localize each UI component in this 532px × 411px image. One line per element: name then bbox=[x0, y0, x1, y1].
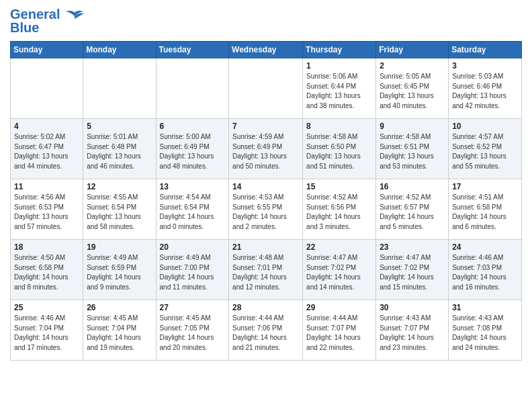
day-number: 2 bbox=[380, 61, 445, 71]
day-info: Sunrise: 4:49 AM Sunset: 6:59 PM Dayligh… bbox=[87, 253, 152, 292]
day-info: Sunrise: 4:49 AM Sunset: 7:00 PM Dayligh… bbox=[160, 253, 226, 292]
calendar-day-cell: 23Sunrise: 4:47 AM Sunset: 7:02 PM Dayli… bbox=[376, 240, 449, 300]
day-info: Sunrise: 4:46 AM Sunset: 7:03 PM Dayligh… bbox=[452, 253, 518, 292]
day-number: 19 bbox=[87, 242, 152, 252]
calendar-day-cell: 15Sunrise: 4:52 AM Sunset: 6:56 PM Dayli… bbox=[303, 179, 376, 240]
calendar-day-cell: 30Sunrise: 4:43 AM Sunset: 7:07 PM Dayli… bbox=[376, 300, 449, 361]
day-info: Sunrise: 4:53 AM Sunset: 6:55 PM Dayligh… bbox=[232, 193, 299, 232]
day-info: Sunrise: 4:55 AM Sunset: 6:54 PM Dayligh… bbox=[87, 193, 152, 232]
day-info: Sunrise: 4:44 AM Sunset: 7:07 PM Dayligh… bbox=[306, 314, 372, 353]
day-number: 24 bbox=[452, 242, 518, 252]
calendar-day-cell: 5Sunrise: 5:01 AM Sunset: 6:48 PM Daylig… bbox=[83, 119, 156, 179]
calendar-header-row: SundayMondayTuesdayWednesdayThursdayFrid… bbox=[11, 42, 522, 58]
calendar-day-cell: 26Sunrise: 4:45 AM Sunset: 7:04 PM Dayli… bbox=[83, 300, 156, 361]
calendar-day-cell: 2Sunrise: 5:05 AM Sunset: 6:45 PM Daylig… bbox=[376, 58, 449, 119]
calendar-day-cell: 28Sunrise: 4:44 AM Sunset: 7:06 PM Dayli… bbox=[229, 300, 303, 361]
calendar-day-cell bbox=[229, 58, 303, 119]
day-info: Sunrise: 4:48 AM Sunset: 7:01 PM Dayligh… bbox=[232, 253, 299, 292]
day-info: Sunrise: 4:58 AM Sunset: 6:51 PM Dayligh… bbox=[380, 132, 445, 171]
calendar-week-row: 1Sunrise: 5:06 AM Sunset: 6:44 PM Daylig… bbox=[11, 58, 522, 119]
weekday-header: Wednesday bbox=[229, 42, 303, 58]
weekday-header: Saturday bbox=[449, 42, 522, 58]
weekday-header: Tuesday bbox=[156, 42, 229, 58]
calendar-day-cell: 10Sunrise: 4:57 AM Sunset: 6:52 PM Dayli… bbox=[449, 119, 522, 179]
day-number: 5 bbox=[87, 122, 152, 131]
logo: General Blue bbox=[10, 7, 84, 36]
day-info: Sunrise: 4:46 AM Sunset: 7:04 PM Dayligh… bbox=[14, 314, 79, 353]
calendar-day-cell: 22Sunrise: 4:47 AM Sunset: 7:02 PM Dayli… bbox=[303, 240, 376, 300]
weekday-header: Thursday bbox=[303, 42, 376, 58]
day-info: Sunrise: 4:47 AM Sunset: 7:02 PM Dayligh… bbox=[306, 253, 372, 292]
calendar-day-cell: 8Sunrise: 4:58 AM Sunset: 6:50 PM Daylig… bbox=[303, 119, 376, 179]
day-info: Sunrise: 4:43 AM Sunset: 7:07 PM Dayligh… bbox=[380, 314, 445, 353]
day-info: Sunrise: 4:43 AM Sunset: 7:08 PM Dayligh… bbox=[452, 314, 518, 353]
day-number: 12 bbox=[87, 182, 152, 191]
logo-text: General bbox=[10, 7, 84, 21]
day-number: 6 bbox=[160, 122, 226, 131]
calendar-day-cell bbox=[83, 58, 156, 119]
day-number: 14 bbox=[232, 182, 299, 191]
calendar-week-row: 11Sunrise: 4:56 AM Sunset: 6:53 PM Dayli… bbox=[11, 179, 522, 240]
calendar-day-cell: 1Sunrise: 5:06 AM Sunset: 6:44 PM Daylig… bbox=[303, 58, 376, 119]
day-info: Sunrise: 4:52 AM Sunset: 6:57 PM Dayligh… bbox=[380, 193, 445, 232]
day-number: 11 bbox=[14, 182, 79, 191]
day-number: 16 bbox=[380, 182, 445, 191]
day-number: 21 bbox=[232, 242, 299, 252]
day-number: 4 bbox=[14, 122, 79, 131]
calendar-day-cell: 24Sunrise: 4:46 AM Sunset: 7:03 PM Dayli… bbox=[449, 240, 522, 300]
calendar-day-cell: 7Sunrise: 4:59 AM Sunset: 6:49 PM Daylig… bbox=[229, 119, 303, 179]
day-number: 3 bbox=[452, 61, 518, 71]
calendar-day-cell bbox=[156, 58, 229, 119]
calendar-day-cell: 14Sunrise: 4:53 AM Sunset: 6:55 PM Dayli… bbox=[229, 179, 303, 240]
calendar-day-cell: 20Sunrise: 4:49 AM Sunset: 7:00 PM Dayli… bbox=[156, 240, 229, 300]
day-number: 17 bbox=[452, 182, 518, 191]
logo-bird-icon bbox=[65, 9, 84, 21]
weekday-header: Friday bbox=[376, 42, 449, 58]
day-number: 28 bbox=[232, 303, 299, 312]
day-number: 20 bbox=[160, 242, 226, 252]
day-info: Sunrise: 5:02 AM Sunset: 6:47 PM Dayligh… bbox=[14, 132, 79, 171]
day-number: 25 bbox=[14, 303, 79, 312]
day-info: Sunrise: 4:52 AM Sunset: 6:56 PM Dayligh… bbox=[306, 193, 372, 232]
calendar-day-cell: 12Sunrise: 4:55 AM Sunset: 6:54 PM Dayli… bbox=[83, 179, 156, 240]
day-number: 22 bbox=[306, 242, 372, 252]
weekday-header: Monday bbox=[83, 42, 156, 58]
page-header: General Blue bbox=[10, 7, 522, 36]
calendar-day-cell: 11Sunrise: 4:56 AM Sunset: 6:53 PM Dayli… bbox=[11, 179, 83, 240]
day-info: Sunrise: 4:45 AM Sunset: 7:05 PM Dayligh… bbox=[160, 314, 226, 353]
day-number: 9 bbox=[380, 122, 445, 131]
calendar-day-cell: 31Sunrise: 4:43 AM Sunset: 7:08 PM Dayli… bbox=[449, 300, 522, 361]
day-number: 18 bbox=[14, 242, 79, 252]
day-info: Sunrise: 4:54 AM Sunset: 6:54 PM Dayligh… bbox=[160, 193, 226, 232]
calendar-day-cell: 16Sunrise: 4:52 AM Sunset: 6:57 PM Dayli… bbox=[376, 179, 449, 240]
calendar-day-cell: 27Sunrise: 4:45 AM Sunset: 7:05 PM Dayli… bbox=[156, 300, 229, 361]
day-number: 8 bbox=[306, 122, 372, 131]
day-number: 13 bbox=[160, 182, 226, 191]
calendar-table: SundayMondayTuesdayWednesdayThursdayFrid… bbox=[10, 41, 522, 361]
day-number: 30 bbox=[380, 303, 445, 312]
day-info: Sunrise: 5:06 AM Sunset: 6:44 PM Dayligh… bbox=[306, 72, 372, 111]
calendar-day-cell: 9Sunrise: 4:58 AM Sunset: 6:51 PM Daylig… bbox=[376, 119, 449, 179]
day-number: 26 bbox=[87, 303, 152, 312]
day-info: Sunrise: 4:57 AM Sunset: 6:52 PM Dayligh… bbox=[452, 132, 518, 171]
day-number: 31 bbox=[452, 303, 518, 312]
day-info: Sunrise: 4:50 AM Sunset: 6:58 PM Dayligh… bbox=[14, 253, 79, 292]
calendar-day-cell: 18Sunrise: 4:50 AM Sunset: 6:58 PM Dayli… bbox=[11, 240, 83, 300]
day-info: Sunrise: 4:45 AM Sunset: 7:04 PM Dayligh… bbox=[87, 314, 152, 353]
day-number: 27 bbox=[160, 303, 226, 312]
day-info: Sunrise: 5:03 AM Sunset: 6:46 PM Dayligh… bbox=[452, 72, 518, 111]
day-info: Sunrise: 5:00 AM Sunset: 6:49 PM Dayligh… bbox=[160, 132, 226, 171]
calendar-day-cell: 19Sunrise: 4:49 AM Sunset: 6:59 PM Dayli… bbox=[83, 240, 156, 300]
weekday-header: Sunday bbox=[11, 42, 83, 58]
calendar-day-cell: 3Sunrise: 5:03 AM Sunset: 6:46 PM Daylig… bbox=[449, 58, 522, 119]
day-info: Sunrise: 4:44 AM Sunset: 7:06 PM Dayligh… bbox=[232, 314, 299, 353]
calendar-day-cell: 25Sunrise: 4:46 AM Sunset: 7:04 PM Dayli… bbox=[11, 300, 83, 361]
calendar-day-cell: 13Sunrise: 4:54 AM Sunset: 6:54 PM Dayli… bbox=[156, 179, 229, 240]
day-info: Sunrise: 4:47 AM Sunset: 7:02 PM Dayligh… bbox=[380, 253, 445, 292]
calendar-week-row: 18Sunrise: 4:50 AM Sunset: 6:58 PM Dayli… bbox=[11, 240, 522, 300]
calendar-week-row: 25Sunrise: 4:46 AM Sunset: 7:04 PM Dayli… bbox=[11, 300, 522, 361]
day-number: 23 bbox=[380, 242, 445, 252]
day-info: Sunrise: 4:51 AM Sunset: 6:58 PM Dayligh… bbox=[452, 193, 518, 232]
logo-blue: Blue bbox=[10, 20, 39, 36]
calendar-week-row: 4Sunrise: 5:02 AM Sunset: 6:47 PM Daylig… bbox=[11, 119, 522, 179]
